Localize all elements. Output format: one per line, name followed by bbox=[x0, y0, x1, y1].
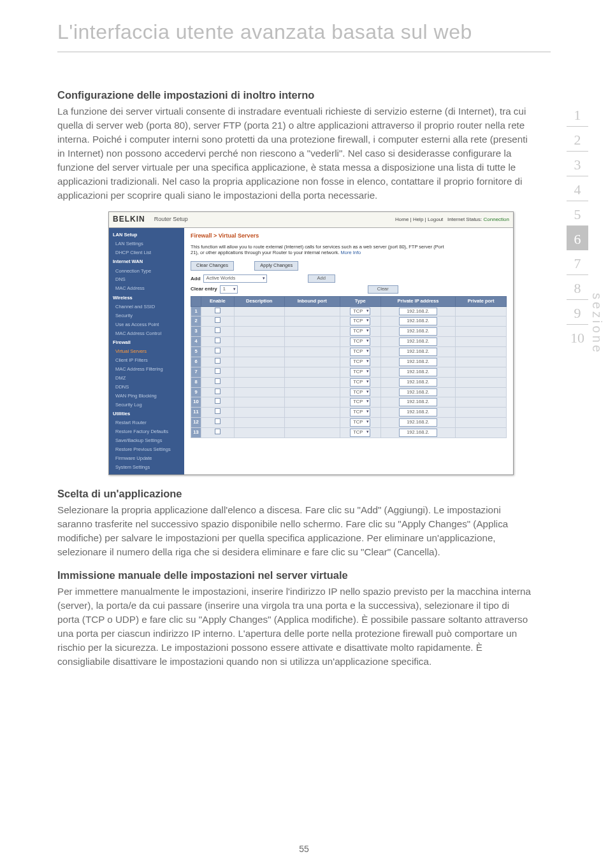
private-port-cell[interactable] bbox=[456, 317, 507, 327]
sidebar-item[interactable]: Restore Previous Settings bbox=[109, 446, 184, 455]
enable-checkbox[interactable] bbox=[215, 378, 221, 384]
sidebar-item[interactable]: MAC Address Filtering bbox=[109, 366, 184, 374]
private-ip-input[interactable]: 192.168.2. bbox=[399, 327, 437, 336]
enable-checkbox[interactable] bbox=[215, 418, 221, 424]
inbound-port-cell[interactable] bbox=[284, 397, 340, 408]
section-tab-8[interactable]: 8 bbox=[567, 275, 588, 300]
sidebar-item[interactable]: System Settings bbox=[109, 463, 184, 472]
private-ip-input[interactable]: 192.168.2. bbox=[399, 408, 437, 416]
type-select[interactable]: TCP bbox=[350, 388, 370, 397]
private-ip-input[interactable]: 192.168.2. bbox=[399, 317, 437, 325]
type-select[interactable]: TCP bbox=[350, 429, 370, 437]
private-port-cell[interactable] bbox=[456, 418, 507, 428]
section-tab-5[interactable]: 5 bbox=[567, 201, 588, 226]
inbound-port-cell[interactable] bbox=[284, 377, 340, 387]
section-tab-7[interactable]: 7 bbox=[567, 250, 588, 275]
section-tab-10[interactable]: 10 bbox=[567, 325, 588, 349]
section-tab-9[interactable]: 9 bbox=[567, 300, 588, 325]
description-cell[interactable] bbox=[234, 397, 284, 408]
private-port-cell[interactable] bbox=[456, 377, 507, 387]
enable-checkbox[interactable] bbox=[215, 308, 221, 313]
inbound-port-cell[interactable] bbox=[284, 367, 340, 377]
sidebar-item[interactable]: Restore Factory Defaults bbox=[109, 428, 184, 437]
apply-changes-button[interactable]: Apply Changes bbox=[254, 261, 298, 271]
description-cell[interactable] bbox=[234, 428, 284, 438]
private-port-cell[interactable] bbox=[456, 327, 507, 337]
enable-checkbox[interactable] bbox=[215, 338, 221, 343]
private-ip-input[interactable]: 192.168.2. bbox=[399, 418, 437, 427]
inbound-port-cell[interactable] bbox=[284, 317, 340, 327]
sidebar-item[interactable]: Restart Router bbox=[109, 419, 184, 428]
private-ip-input[interactable]: 192.168.2. bbox=[399, 368, 437, 376]
private-ip-input[interactable]: 192.168.2. bbox=[399, 358, 437, 366]
description-cell[interactable] bbox=[234, 377, 284, 387]
link-home[interactable]: Home bbox=[395, 217, 409, 222]
private-port-cell[interactable] bbox=[456, 337, 507, 347]
sidebar-item[interactable]: Use as Access Point bbox=[109, 320, 184, 329]
inbound-port-cell[interactable] bbox=[284, 408, 340, 418]
enable-checkbox[interactable] bbox=[215, 317, 221, 323]
sidebar-item[interactable]: Security bbox=[109, 311, 184, 320]
add-button[interactable]: Add bbox=[308, 274, 335, 283]
inbound-port-cell[interactable] bbox=[284, 387, 340, 397]
sidebar-item[interactable]: DMZ bbox=[109, 374, 184, 383]
private-port-cell[interactable] bbox=[456, 408, 507, 418]
sidebar-item[interactable]: WAN Ping Blocking bbox=[109, 392, 184, 401]
enable-checkbox[interactable] bbox=[215, 388, 221, 394]
private-port-cell[interactable] bbox=[456, 306, 507, 317]
section-tab-6[interactable]: 6 bbox=[567, 226, 588, 250]
inbound-port-cell[interactable] bbox=[284, 357, 340, 367]
description-cell[interactable] bbox=[234, 387, 284, 397]
private-port-cell[interactable] bbox=[456, 387, 507, 397]
sidebar-item[interactable]: Client IP Filters bbox=[109, 357, 184, 366]
private-ip-input[interactable]: 192.168.2. bbox=[399, 338, 437, 346]
clear-entry-select[interactable]: 1 bbox=[220, 285, 238, 294]
enable-checkbox[interactable] bbox=[215, 358, 221, 364]
sidebar-item[interactable]: DNS bbox=[109, 276, 184, 285]
sidebar-item[interactable]: Save/Backup Settings bbox=[109, 437, 184, 446]
sidebar-item[interactable]: LAN Settings bbox=[109, 239, 184, 248]
description-cell[interactable] bbox=[234, 418, 284, 428]
sidebar-item[interactable]: DDNS bbox=[109, 383, 184, 392]
enable-checkbox[interactable] bbox=[215, 368, 221, 374]
inbound-port-cell[interactable] bbox=[284, 428, 340, 438]
inbound-port-cell[interactable] bbox=[284, 347, 340, 357]
link-logout[interactable]: Logout bbox=[428, 217, 443, 222]
section-tab-2[interactable]: 2 bbox=[567, 127, 588, 152]
type-select[interactable]: TCP bbox=[350, 338, 370, 346]
sidebar-item[interactable]: Virtual Servers bbox=[109, 348, 184, 357]
sidebar-item[interactable]: Firmware Update bbox=[109, 454, 184, 463]
type-select[interactable]: TCP bbox=[350, 398, 370, 406]
type-select[interactable]: TCP bbox=[350, 378, 370, 387]
sidebar-item[interactable]: Connection Type bbox=[109, 267, 184, 276]
enable-checkbox[interactable] bbox=[215, 327, 221, 333]
private-ip-input[interactable]: 192.168.2. bbox=[399, 378, 437, 387]
private-ip-input[interactable]: 192.168.2. bbox=[399, 429, 437, 437]
private-port-cell[interactable] bbox=[456, 428, 507, 438]
type-select[interactable]: TCP bbox=[350, 327, 370, 336]
sidebar-item[interactable]: MAC Address bbox=[109, 285, 184, 294]
section-tab-3[interactable]: 3 bbox=[567, 152, 588, 176]
enable-checkbox[interactable] bbox=[215, 429, 221, 434]
private-port-cell[interactable] bbox=[456, 367, 507, 377]
inbound-port-cell[interactable] bbox=[284, 418, 340, 428]
sidebar-item[interactable]: Channel and SSID bbox=[109, 303, 184, 312]
private-port-cell[interactable] bbox=[456, 357, 507, 367]
private-ip-input[interactable]: 192.168.2. bbox=[399, 398, 437, 406]
clear-changes-button[interactable]: Clear Changes bbox=[191, 261, 234, 271]
type-select[interactable]: TCP bbox=[350, 308, 370, 316]
type-select[interactable]: TCP bbox=[350, 317, 370, 325]
type-select[interactable]: TCP bbox=[350, 348, 370, 356]
inbound-port-cell[interactable] bbox=[284, 306, 340, 317]
private-port-cell[interactable] bbox=[456, 397, 507, 408]
type-select[interactable]: TCP bbox=[350, 368, 370, 376]
section-tab-1[interactable]: 1 bbox=[567, 102, 588, 127]
description-cell[interactable] bbox=[234, 327, 284, 337]
link-help[interactable]: Help bbox=[413, 217, 423, 222]
type-select[interactable]: TCP bbox=[350, 418, 370, 427]
description-cell[interactable] bbox=[234, 408, 284, 418]
enable-checkbox[interactable] bbox=[215, 348, 221, 353]
description-cell[interactable] bbox=[234, 306, 284, 317]
sidebar-item[interactable]: Security Log bbox=[109, 401, 184, 409]
description-cell[interactable] bbox=[234, 367, 284, 377]
